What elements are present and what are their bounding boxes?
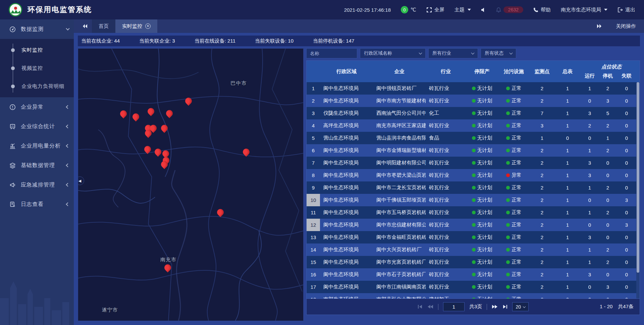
sidebar-item-power-analysis[interactable]: 企业用电量分析 bbox=[0, 136, 74, 156]
cell-industry: 砖瓦行业 bbox=[426, 169, 466, 181]
table-scrollbar[interactable] bbox=[636, 82, 640, 299]
table-row[interactable]: 18南部生态环境局南部县弘化土陶有限公建材加工无计划正常60060 bbox=[307, 293, 636, 299]
status-dot-icon bbox=[506, 273, 510, 276]
sidebar-item-emergency-reduction[interactable]: 应急减排管理 bbox=[0, 175, 74, 195]
cell-industry: 砖瓦行业 bbox=[426, 95, 466, 107]
table-row[interactable]: 2阆中生态环境局阆中市南方节能建材有砖瓦行业无计划正常21030 bbox=[307, 95, 636, 107]
cell-index: 3 bbox=[307, 107, 320, 119]
page-size-select[interactable]: 20 bbox=[512, 302, 529, 311]
cell-total-meters: 1 bbox=[554, 256, 581, 268]
tab-首页[interactable]: 首页 bbox=[92, 19, 115, 33]
table-row[interactable]: 7阆中生态环境局阆中明阳建材有限公司砖瓦行业无计划正常21300 bbox=[307, 157, 636, 169]
cell-facility-status: 正常 bbox=[498, 268, 530, 281]
status-filter-select[interactable]: 所有状态 bbox=[481, 48, 516, 58]
cell-total-meters: 1 bbox=[554, 206, 581, 219]
previous-page-button[interactable] bbox=[427, 305, 433, 309]
theme-label: 主题 bbox=[454, 7, 465, 13]
table-row[interactable]: 6阆中生态环境局阆中市金博瑞新型墙材砖瓦行业无计划正常21120 bbox=[307, 144, 636, 157]
table-row[interactable]: 9阆中生态环境局阆中市二龙长宝页岩砖砖瓦行业无计划正常21120 bbox=[307, 181, 636, 194]
user-org-label: 南充市生态环境局 bbox=[561, 7, 601, 13]
help-button[interactable]: 帮助 bbox=[533, 7, 551, 13]
table-row[interactable]: 11阆中生态环境局阆中市五马桥页岩机砖砖瓦行业无计划正常21120 bbox=[307, 206, 636, 219]
column-header-监测点: 监测点 bbox=[530, 61, 554, 82]
cell-facility-status: 正常 bbox=[498, 243, 530, 256]
table-row[interactable]: 8阆中生态环境局阆中市枣碧大梁山页岩砖瓦行业无计划异常21300 bbox=[307, 169, 636, 181]
cell-running: 1 bbox=[581, 206, 599, 219]
fullscreen-button[interactable]: 全屏 bbox=[426, 7, 444, 13]
sidebar-item-enterprise-stats[interactable]: 企业综合统计 bbox=[0, 117, 74, 136]
cell-total-meters: 1 bbox=[554, 194, 581, 206]
sidebar-item-log-view[interactable]: 日志查看 bbox=[0, 195, 74, 214]
cell-industry: 砖瓦行业 bbox=[426, 268, 466, 281]
cell-stopped: 5 bbox=[599, 107, 617, 119]
cell-index: 10 bbox=[307, 194, 320, 206]
chevron-down-icon bbox=[523, 305, 526, 308]
region-filter-select[interactable]: 行政区域名称 bbox=[360, 48, 426, 58]
column-header-index bbox=[307, 61, 320, 82]
tabs-scroll-right-button[interactable] bbox=[592, 24, 606, 29]
map-roads bbox=[78, 49, 303, 321]
cell-lost: 0 bbox=[617, 268, 636, 281]
cell-index: 4 bbox=[307, 119, 320, 132]
table-row[interactable]: 1阆中生态环境局阆中强锐页岩砖厂砖瓦行业无计划正常21120 bbox=[307, 82, 636, 95]
cell-monitor-points: 7 bbox=[530, 107, 554, 119]
sidebar-subitem-realtime-monitor[interactable]: 实时监控 bbox=[0, 41, 74, 59]
logout-button[interactable]: 退出 bbox=[618, 7, 635, 13]
table-row[interactable]: 3仪陇生态环境局西南油气田分公司川中化工无计划正常71350 bbox=[307, 107, 636, 119]
scrollbar-thumb[interactable] bbox=[637, 82, 639, 273]
last-page-button[interactable] bbox=[502, 305, 507, 309]
table-row[interactable]: 4高坪生态环境局南充市高坪区王家店建砖瓦行业无计划正常31220 bbox=[307, 119, 636, 132]
table-row[interactable]: 5营山生态环境局营山县润丰肉食品有限食品无计划正常10010 bbox=[307, 132, 636, 144]
status-dot-icon bbox=[506, 285, 510, 289]
cell-running: 0 bbox=[581, 132, 599, 144]
cell-company: 南部县弘化土陶有限公 bbox=[373, 293, 426, 299]
map-panel[interactable]: 巴中市南充市遂宁市 ◀ bbox=[78, 48, 304, 321]
cell-running: 0 bbox=[581, 293, 599, 299]
cell-monitor-points: 3 bbox=[530, 119, 554, 132]
cell-lost: 0 bbox=[617, 119, 636, 132]
industry-filter-select[interactable]: 所有行业 bbox=[428, 48, 478, 58]
tab-close-icon[interactable]: ✕ bbox=[145, 23, 151, 29]
header-actions: 2021-02-25 17:46:18 0 ℃ 全屏 主题 bbox=[344, 6, 635, 13]
theme-dropdown[interactable]: 主题 bbox=[454, 7, 471, 13]
user-org-dropdown[interactable]: 南充市生态环境局 bbox=[561, 7, 607, 13]
table-row[interactable]: 12阆中生态环境局阆中市忠信建材有限公砖瓦行业无计划正常21003 bbox=[307, 219, 636, 231]
cell-stopped: 0 bbox=[599, 231, 617, 243]
sidebar-subitem-power-load-detail[interactable]: 企业电力负荷明细 bbox=[0, 77, 74, 95]
sidebar-item-enterprise-abnormal[interactable]: 企业异常 bbox=[0, 97, 74, 117]
cell-company: 阆中市江南镇阆南页岩 bbox=[373, 281, 426, 293]
tabs-scroll-left-button[interactable] bbox=[78, 19, 92, 33]
chevron-left-icon bbox=[66, 144, 69, 148]
panels: 巴中市南充市遂宁市 ◀ 行政区域名称 bbox=[78, 48, 640, 321]
stat-当前失联企业: 当前失联企业: 3 bbox=[139, 38, 175, 44]
cell-production-status: 无计划 bbox=[466, 243, 498, 256]
sound-button[interactable] bbox=[481, 7, 486, 12]
cell-region: 阆中生态环境局 bbox=[320, 243, 373, 256]
sidebar-subitem-label: 实时监控 bbox=[21, 47, 43, 53]
notifications[interactable]: 2632 bbox=[496, 6, 523, 13]
table-row[interactable]: 14阆中生态环境局阆中大兴页岩机砖厂砖瓦行业无计划正常21120 bbox=[307, 243, 636, 256]
table-row[interactable]: 17阆中生态环境局阆中市江南镇阆南页岩砖瓦行业无计划正常21030 bbox=[307, 281, 636, 293]
status-dot-icon bbox=[472, 124, 476, 127]
cell-industry: 食品 bbox=[426, 132, 466, 144]
page-number-input[interactable] bbox=[443, 302, 465, 311]
table-row[interactable]: 13阆中生态环境局阆中市金福旺页岩机砖砖瓦行业无计划正常21300 bbox=[307, 231, 636, 243]
name-filter-input[interactable] bbox=[306, 48, 357, 58]
status-dot-icon bbox=[472, 173, 476, 177]
cell-monitor-points: 2 bbox=[530, 169, 554, 181]
tab-实时监控[interactable]: 实时监控✕ bbox=[115, 19, 157, 33]
sidebar-item-basic-data[interactable]: 基础数据管理 bbox=[0, 156, 74, 175]
sidebar-item-data-monitor[interactable]: 数据监测 bbox=[0, 19, 74, 39]
table-row[interactable]: 10阆中生态环境局阆中千佛镇五郎垭页岩砖瓦行业无计划正常21003 bbox=[307, 194, 636, 206]
sidebar-subitem-video-monitor[interactable]: 视频监控 bbox=[0, 59, 74, 77]
close-operations-button[interactable]: 关闭操作 bbox=[616, 23, 636, 30]
cell-index: 16 bbox=[307, 268, 320, 281]
table-row[interactable]: 15阆中生态环境局阆中市光富页岩机砖厂砖瓦行业无计划正常21120 bbox=[307, 256, 636, 268]
cell-region: 阆中生态环境局 bbox=[320, 82, 373, 95]
next-page-button[interactable] bbox=[492, 305, 498, 309]
first-page-button[interactable] bbox=[418, 305, 423, 309]
table-row[interactable]: 16阆中生态环境局阆中市石子页岩机砖厂砖瓦行业无计划正常21300 bbox=[307, 268, 636, 281]
cell-stopped: 0 bbox=[599, 194, 617, 206]
cell-running: 0 bbox=[581, 219, 599, 231]
status-dot-icon bbox=[506, 248, 510, 252]
